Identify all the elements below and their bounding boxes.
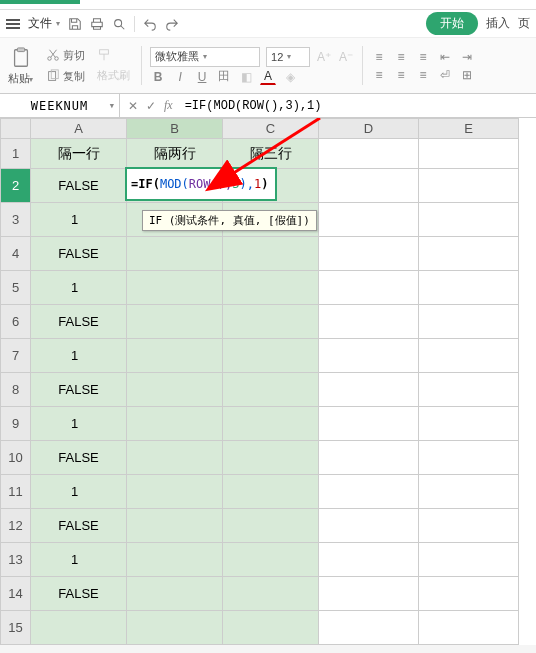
cell-B8[interactable]: [127, 373, 223, 407]
cell-E8[interactable]: [419, 373, 519, 407]
cell-A1[interactable]: 隔一行: [31, 139, 127, 169]
cell-B9[interactable]: [127, 407, 223, 441]
cell-C12[interactable]: [223, 509, 319, 543]
cell-D8[interactable]: [319, 373, 419, 407]
align-middle-icon[interactable]: ≡: [393, 49, 409, 65]
cell-D1[interactable]: [319, 139, 419, 169]
file-menu[interactable]: 文件: [28, 15, 52, 32]
cell-B5[interactable]: [127, 271, 223, 305]
align-top-icon[interactable]: ≡: [371, 49, 387, 65]
row-header-7[interactable]: 7: [1, 339, 31, 373]
row-header-3[interactable]: 3: [1, 203, 31, 237]
start-button[interactable]: 开始: [426, 12, 478, 35]
cell-B10[interactable]: [127, 441, 223, 475]
row-header-8[interactable]: 8: [1, 373, 31, 407]
cell-A4[interactable]: FALSE: [31, 237, 127, 271]
cell-A13[interactable]: 1: [31, 543, 127, 577]
row-header-14[interactable]: 14: [1, 577, 31, 611]
border-icon[interactable]: 田: [216, 69, 232, 85]
cell-B15[interactable]: [127, 611, 223, 645]
cell-D2[interactable]: [319, 169, 419, 203]
cell-C8[interactable]: [223, 373, 319, 407]
row-header-10[interactable]: 10: [1, 441, 31, 475]
cell-E11[interactable]: [419, 475, 519, 509]
cell-C15[interactable]: [223, 611, 319, 645]
cell-D4[interactable]: [319, 237, 419, 271]
column-header-C[interactable]: C: [223, 119, 319, 139]
cell-C11[interactable]: [223, 475, 319, 509]
font-size-combo[interactable]: 12▾: [266, 47, 310, 67]
cell-D3[interactable]: [319, 203, 419, 237]
save-icon[interactable]: [68, 17, 82, 31]
fx-icon[interactable]: fx: [164, 98, 173, 113]
redo-icon[interactable]: [165, 17, 179, 31]
cell-A5[interactable]: 1: [31, 271, 127, 305]
row-header-13[interactable]: 13: [1, 543, 31, 577]
name-box[interactable]: WEEKNUM: [0, 94, 120, 117]
indent-right-icon[interactable]: ⇥: [459, 49, 475, 65]
hamburger-icon[interactable]: [6, 19, 20, 29]
merge-icon[interactable]: ⊞: [459, 67, 475, 83]
column-header-D[interactable]: D: [319, 119, 419, 139]
align-bottom-icon[interactable]: ≡: [415, 49, 431, 65]
cell-A10[interactable]: FALSE: [31, 441, 127, 475]
cell-D6[interactable]: [319, 305, 419, 339]
select-all-corner[interactable]: [1, 119, 31, 139]
cell-E10[interactable]: [419, 441, 519, 475]
cancel-icon[interactable]: ✕: [128, 99, 138, 113]
formula-input[interactable]: =IF(MOD(ROW(),3),1): [181, 99, 536, 113]
cell-B4[interactable]: [127, 237, 223, 271]
preview-icon[interactable]: [112, 17, 126, 31]
cell-A2[interactable]: FALSE: [31, 169, 127, 203]
cut-button[interactable]: 剪切: [43, 46, 88, 65]
cell-E1[interactable]: [419, 139, 519, 169]
cell-E6[interactable]: [419, 305, 519, 339]
cell-D9[interactable]: [319, 407, 419, 441]
insert-menu[interactable]: 插入: [486, 15, 510, 32]
indent-left-icon[interactable]: ⇤: [437, 49, 453, 65]
cell-A14[interactable]: FALSE: [31, 577, 127, 611]
row-header-9[interactable]: 9: [1, 407, 31, 441]
spreadsheet-grid[interactable]: ABCDE1隔一行隔两行隔三行2FALSE314FALSE516FALSE718…: [0, 118, 536, 645]
copy-button[interactable]: 复制: [43, 67, 88, 86]
cell-C1[interactable]: 隔三行: [223, 139, 319, 169]
cell-A3[interactable]: 1: [31, 203, 127, 237]
row-header-4[interactable]: 4: [1, 237, 31, 271]
cell-D10[interactable]: [319, 441, 419, 475]
row-header-5[interactable]: 5: [1, 271, 31, 305]
undo-icon[interactable]: [143, 17, 157, 31]
italic-icon[interactable]: I: [172, 69, 188, 85]
wrap-icon[interactable]: ⏎: [437, 67, 453, 83]
cell-D7[interactable]: [319, 339, 419, 373]
row-header-15[interactable]: 15: [1, 611, 31, 645]
row-header-6[interactable]: 6: [1, 305, 31, 339]
cell-B6[interactable]: [127, 305, 223, 339]
align-left-icon[interactable]: ≡: [371, 67, 387, 83]
cell-E13[interactable]: [419, 543, 519, 577]
bold-icon[interactable]: B: [150, 69, 166, 85]
cell-A8[interactable]: FALSE: [31, 373, 127, 407]
font-name-combo[interactable]: 微软雅黑▾: [150, 47, 260, 67]
cell-D5[interactable]: [319, 271, 419, 305]
paste-button[interactable]: 粘贴 ▾: [4, 40, 37, 91]
more-menu[interactable]: 页: [518, 15, 530, 32]
print-icon[interactable]: [90, 17, 104, 31]
confirm-icon[interactable]: ✓: [146, 99, 156, 113]
cell-C7[interactable]: [223, 339, 319, 373]
column-header-B[interactable]: B: [127, 119, 223, 139]
cell-A6[interactable]: FALSE: [31, 305, 127, 339]
cell-D13[interactable]: [319, 543, 419, 577]
cell-A9[interactable]: 1: [31, 407, 127, 441]
cell-A7[interactable]: 1: [31, 339, 127, 373]
cell-B12[interactable]: [127, 509, 223, 543]
cell-E4[interactable]: [419, 237, 519, 271]
cell-D12[interactable]: [319, 509, 419, 543]
cell-A11[interactable]: 1: [31, 475, 127, 509]
cell-E14[interactable]: [419, 577, 519, 611]
cell-C13[interactable]: [223, 543, 319, 577]
cell-B13[interactable]: [127, 543, 223, 577]
cell-C5[interactable]: [223, 271, 319, 305]
column-header-A[interactable]: A: [31, 119, 127, 139]
cell-E9[interactable]: [419, 407, 519, 441]
cell-E12[interactable]: [419, 509, 519, 543]
